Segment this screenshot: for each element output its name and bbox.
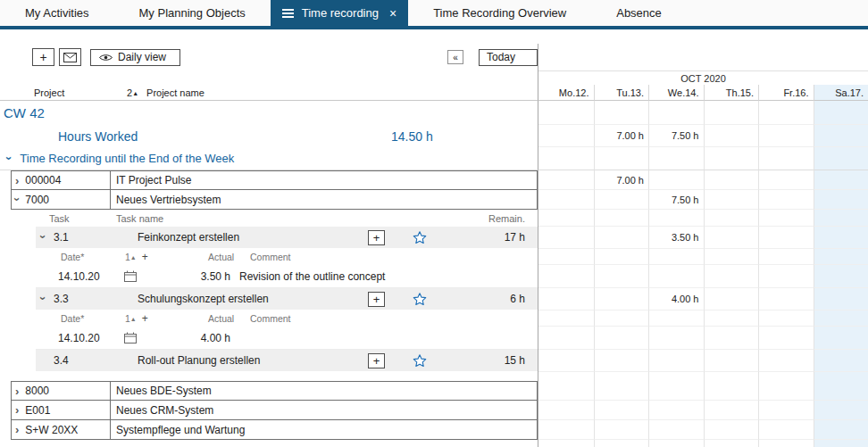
- column-task-name: Task name: [116, 213, 430, 224]
- filler-left: [0, 440, 538, 447]
- time-cell: [704, 101, 759, 125]
- calendar-icon[interactable]: [124, 332, 138, 344]
- day-header-sa[interactable]: Sa.17.: [814, 85, 868, 101]
- close-tab-icon[interactable]: ×: [389, 7, 396, 20]
- day-header-th[interactable]: Th.15.: [704, 85, 759, 101]
- favorite-star-icon[interactable]: [412, 292, 430, 307]
- new-booking-button[interactable]: +: [32, 48, 54, 66]
- project-row-e001: › E001 Neues CRM-System: [0, 401, 868, 420]
- time-cell: [648, 265, 704, 288]
- tab-my-planning-objects[interactable]: My Planning Objects: [114, 0, 271, 26]
- today-button[interactable]: Today: [479, 49, 538, 66]
- tab-my-activities[interactable]: My Activities: [0, 0, 114, 26]
- time-cell: [538, 170, 594, 190]
- time-cell: [594, 401, 649, 420]
- pane-splitter[interactable]: [538, 44, 540, 447]
- project-name[interactable]: Systempflege und Wartung: [111, 420, 538, 440]
- view-mode-select[interactable]: Daily view: [90, 49, 180, 66]
- favorite-star-icon[interactable]: [412, 230, 430, 245]
- tab-time-recording[interactable]: Time recording ×: [271, 0, 408, 26]
- time-cell-tu[interactable]: 7.00 h: [594, 125, 649, 147]
- previous-period-button[interactable]: «: [447, 50, 463, 64]
- tab-absence[interactable]: Absence: [591, 0, 687, 26]
- column-remain: Remain.: [430, 213, 538, 224]
- section-label[interactable]: Time Recording until the End of the Week: [20, 152, 234, 165]
- task-name[interactable]: Feinkonzept erstellen: [138, 231, 368, 244]
- task-remaining-hours: 17 h: [430, 231, 538, 244]
- time-cell: [814, 190, 868, 210]
- column-date: Date*: [61, 313, 125, 324]
- add-row-icon[interactable]: +: [142, 312, 148, 325]
- entry-actual[interactable]: 4.00 h: [138, 332, 230, 344]
- entry-header-left: Date* 1▲+ Actual Comment: [0, 249, 538, 265]
- add-booking-button[interactable]: +: [368, 353, 385, 368]
- day-header-we[interactable]: We.14.: [648, 85, 704, 101]
- time-cell: [648, 350, 704, 372]
- time-cell: [538, 210, 594, 227]
- collapse-icon[interactable]: ›: [12, 197, 23, 201]
- mail-button[interactable]: [59, 48, 81, 66]
- task-bar: › 3.1 Feinkonzept erstellen + 17 h: [36, 227, 538, 248]
- time-cell-tu[interactable]: 7.00 h: [594, 170, 649, 190]
- time-cell: [704, 310, 759, 327]
- entry-header-row: Date* 1▲+ Actual Comment: [0, 249, 868, 265]
- column-actual: Actual: [208, 252, 250, 262]
- expand-icon[interactable]: ›: [15, 404, 19, 416]
- collapse-task-icon[interactable]: ›: [38, 296, 49, 300]
- calendar-icon[interactable]: [124, 270, 138, 282]
- add-booking-button[interactable]: +: [368, 230, 385, 245]
- day-header-tu[interactable]: Tu.13.: [594, 85, 649, 101]
- time-cell: [538, 440, 594, 447]
- expand-icon[interactable]: ›: [15, 175, 19, 186]
- time-cell-we[interactable]: 7.50 h: [648, 190, 704, 210]
- time-cell: [538, 101, 594, 125]
- entry-comment[interactable]: Revision of the outline concept: [239, 270, 385, 283]
- time-cell-we[interactable]: 7.50 h: [648, 125, 704, 147]
- time-cell: [814, 381, 868, 401]
- task-id: 3.1: [54, 231, 138, 244]
- task-bar: 3.4 Roll-out Planung erstellen + 15 h: [36, 350, 538, 371]
- entry-actual[interactable]: 3.50 h: [138, 270, 230, 283]
- expand-icon[interactable]: ›: [15, 385, 19, 397]
- collapse-section-icon[interactable]: ›: [4, 156, 15, 160]
- time-cell: [758, 227, 814, 249]
- collapse-task-icon[interactable]: ›: [38, 235, 49, 238]
- project-name[interactable]: Neues BDE-System: [111, 381, 538, 401]
- add-row-icon[interactable]: +: [142, 251, 148, 263]
- time-cell: [704, 381, 759, 401]
- time-cell: [648, 170, 704, 190]
- entry-date[interactable]: 14.10.20: [58, 332, 124, 344]
- task-header-left: Task Task name Remain.: [0, 210, 538, 227]
- favorite-star-icon[interactable]: [412, 353, 430, 368]
- entry-date[interactable]: 14.10.20: [58, 270, 124, 283]
- entry-sort-indicator[interactable]: 1▲+: [125, 251, 208, 263]
- hours-worked-left: Hours Worked 14.50 h: [0, 125, 538, 147]
- task-id: 3.4: [54, 354, 138, 367]
- time-cell-we[interactable]: 3.50 h: [648, 227, 704, 249]
- task-name[interactable]: Schulungskonzept erstellen: [138, 293, 368, 305]
- day-header-fr[interactable]: Fr.16.: [758, 85, 814, 101]
- task-name[interactable]: Roll-out Planung erstellen: [138, 354, 368, 367]
- expand-icon[interactable]: ›: [15, 424, 19, 435]
- time-cell: [594, 210, 649, 227]
- time-cell: [704, 147, 759, 170]
- sort-indicator[interactable]: 2▲: [127, 87, 138, 98]
- day-header-mo[interactable]: Mo.12.: [538, 85, 594, 101]
- time-cell-we[interactable]: 4.00 h: [648, 288, 704, 310]
- time-cell: [758, 249, 814, 265]
- time-cell: [758, 350, 814, 372]
- project-name[interactable]: Neues CRM-System: [111, 401, 538, 420]
- hamburger-menu-icon[interactable]: [282, 9, 294, 18]
- project-name[interactable]: Neues Vertriebsystem: [111, 190, 538, 210]
- time-cell: [538, 265, 594, 288]
- project-name[interactable]: IT Project Pulse: [111, 170, 538, 190]
- time-cell: [704, 372, 759, 381]
- time-cell: [704, 210, 759, 227]
- time-cell: [758, 265, 814, 288]
- add-booking-button[interactable]: +: [368, 292, 385, 307]
- entry-sort-indicator[interactable]: 1▲+: [125, 312, 208, 325]
- time-cell: [814, 327, 868, 350]
- time-cell: [704, 125, 759, 147]
- tab-time-recording-overview[interactable]: Time Recording Overview: [408, 0, 591, 26]
- time-cell: [704, 190, 759, 210]
